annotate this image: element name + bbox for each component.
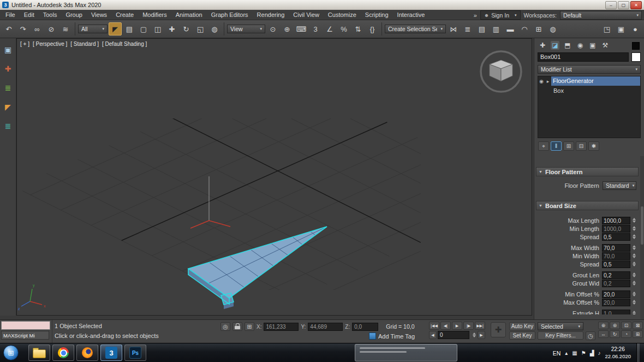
named-selection-sets-dropdown[interactable]: Create Selection Se ▾ [385, 25, 446, 33]
next-frame-icon[interactable]: |▶ [463, 322, 474, 330]
align-icon[interactable]: ≣ [461, 22, 474, 35]
viewport-label[interactable]: [ Default Shading ] [102, 41, 147, 47]
viewport-label[interactable]: [ + ] [20, 41, 29, 47]
spinner[interactable] [631, 272, 636, 277]
previous-key-icon[interactable]: ◀ [429, 331, 437, 339]
play-icon[interactable]: ▶ [452, 322, 462, 330]
taskbar-3ds-max[interactable]: 3 [100, 345, 122, 361]
taskbar-clock[interactable]: 22:26 22.06.2020 [605, 346, 631, 359]
make-unique-icon[interactable]: ⊞ [563, 141, 574, 151]
language-indicator[interactable]: EN [553, 350, 561, 357]
param-value-field[interactable]: 20,0 [602, 299, 630, 306]
field-of-view-icon[interactable]: ◔ [621, 330, 631, 338]
viewport-label[interactable]: [ Standard ] [70, 41, 99, 47]
floor-pattern-dropdown[interactable]: Standard ▾ [603, 181, 636, 190]
taskbar-firefox[interactable] [76, 345, 98, 361]
y-coordinate-field[interactable]: 44,689 [308, 323, 343, 331]
undo-icon[interactable]: ↶ [2, 22, 15, 35]
menu-item[interactable]: Views [87, 10, 111, 20]
select-and-move-icon[interactable]: ✚ [165, 22, 178, 35]
view-cube[interactable] [477, 48, 525, 96]
use-pivot-center-icon[interactable]: ⊙ [266, 22, 279, 35]
edit-named-sets-icon[interactable]: {} [366, 22, 379, 35]
menu-item[interactable]: Customize [324, 10, 361, 20]
select-cursor-icon[interactable]: ◤ [2, 101, 14, 113]
set-keys-button[interactable]: ✚ [491, 322, 506, 337]
minimize-button[interactable]: – [605, 1, 617, 9]
configure-modifier-sets-icon[interactable]: ✱ [588, 141, 599, 151]
scrollbar-thumb[interactable] [641, 206, 643, 245]
viewport-label[interactable]: [ Perspective ] [33, 41, 67, 47]
snaps-toggle-icon[interactable]: 3 [309, 22, 322, 35]
isolate-selection-icon[interactable]: ◎ [220, 322, 230, 331]
rollout-header-floor-pattern[interactable]: ▼ Floor Pattern [536, 167, 639, 176]
select-by-name-icon[interactable]: ▤ [123, 22, 136, 35]
spinner[interactable] [631, 218, 636, 223]
show-desktop-button[interactable] [636, 343, 640, 362]
select-and-link-icon[interactable]: ∞ [31, 22, 44, 35]
close-button[interactable]: ✕ [630, 1, 642, 9]
start-button[interactable]: ⊞ [3, 345, 19, 360]
show-end-result-icon[interactable]: ‖ [551, 141, 562, 151]
layers-teal-icon[interactable]: ≣ [2, 120, 14, 132]
next-key-icon[interactable]: ▶ [478, 331, 485, 339]
volume-icon[interactable]: ♪ [598, 350, 600, 356]
network-icon[interactable]: ▟ [590, 350, 594, 356]
hidden-icons-arrow[interactable]: ▴ [565, 350, 568, 356]
zoom-all-icon[interactable]: ⊛ [610, 322, 620, 329]
layer-explorer-icon[interactable]: ▥ [490, 22, 503, 35]
menu-item[interactable]: Animation [171, 10, 207, 20]
expand-arrow-icon[interactable]: ▸ [545, 79, 551, 84]
maximize-button[interactable]: ▢ [618, 1, 629, 9]
menu-item[interactable]: Tools [39, 10, 62, 20]
panel-menu-chip[interactable] [632, 42, 640, 50]
pan-icon[interactable]: ↔ [598, 330, 609, 338]
menu-item[interactable]: Edit [20, 10, 39, 20]
select-and-place-icon[interactable]: ◍ [208, 22, 221, 35]
menu-item[interactable]: Group [61, 10, 87, 20]
window-crossing-icon[interactable]: ◫ [151, 22, 164, 35]
utilities-tab-icon[interactable]: ⚒ [601, 41, 610, 50]
material-editor-icon[interactable]: ◍ [546, 22, 559, 35]
action-center-icon[interactable]: ⚑ [581, 350, 586, 356]
spinner[interactable] [631, 262, 636, 266]
remove-modifier-icon[interactable]: ⊟ [576, 141, 587, 151]
orbit-icon[interactable]: ↻ [610, 330, 620, 338]
taskbar-photoshop[interactable]: Ps [124, 345, 146, 361]
go-to-start-icon[interactable]: |◀◀ [429, 322, 439, 330]
pin-stack-icon[interactable]: ⌖ [538, 141, 549, 151]
transform-gizmo-icon[interactable]: ✚ [2, 63, 14, 75]
menu-item[interactable]: File [1, 10, 20, 20]
layers-green-icon[interactable]: ≣ [2, 82, 14, 94]
reference-coordinate-dropdown[interactable]: View ▾ [227, 25, 265, 33]
spinner[interactable] [631, 226, 636, 231]
selection-lock-icon[interactable] [232, 322, 242, 331]
modifier-stack-row[interactable]: ◉ ▸ FloorGenerator [538, 76, 640, 86]
sign-in-button[interactable]: ☻ Sign In ▾ [480, 10, 521, 20]
zoom-icon[interactable]: ⊕ [598, 322, 609, 329]
panel-scrollbar[interactable] [640, 156, 644, 319]
spinner[interactable] [631, 311, 636, 314]
spinner[interactable] [631, 234, 636, 239]
x-coordinate-field[interactable]: 161,233 [264, 323, 299, 331]
transform-typein-mode-icon[interactable]: ⊞ [245, 322, 254, 331]
unlink-selection-icon[interactable]: ⊘ [45, 22, 58, 35]
object-name-field[interactable]: Box001 [538, 52, 629, 62]
zoom-extents-icon[interactable]: ⊡ [621, 322, 631, 329]
select-and-scale-icon[interactable]: ◱ [194, 22, 207, 35]
param-value-field[interactable]: 0,2 [602, 271, 630, 279]
menu-item[interactable]: Scripting [361, 10, 393, 20]
workspace-dropdown[interactable]: Default ▾ [560, 11, 642, 20]
motion-tab-icon[interactable]: ◉ [576, 41, 585, 50]
rendered-frame-icon[interactable]: ▣ [615, 22, 628, 35]
param-value-field[interactable]: 70,0 [602, 244, 630, 252]
spinner[interactable] [631, 245, 636, 250]
menu-item[interactable]: Create [111, 10, 138, 20]
render-production-icon[interactable]: ● [629, 22, 642, 35]
select-object-icon[interactable]: ◤ [109, 22, 122, 35]
create-tab-icon[interactable]: ✚ [538, 41, 547, 50]
tray-icon-generic[interactable]: ▦ [572, 350, 577, 356]
angle-snap-icon[interactable]: ∠ [323, 22, 336, 35]
object-color-swatch[interactable] [631, 52, 641, 62]
frame-spinner[interactable] [472, 333, 476, 337]
